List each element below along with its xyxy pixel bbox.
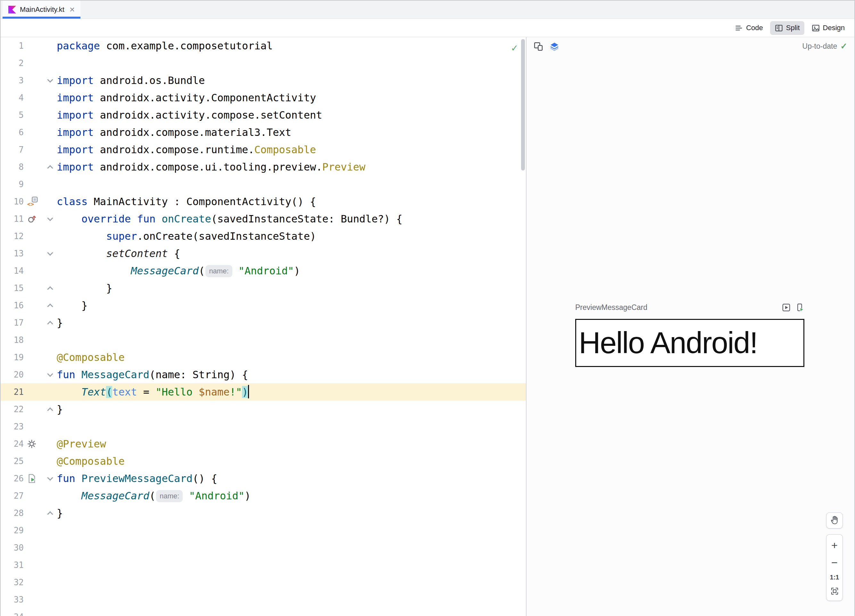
split-view-button[interactable]: Split — [770, 21, 804, 35]
code-line[interactable]: 15 } — [1, 279, 526, 297]
code-text[interactable]: @Composable — [57, 349, 526, 366]
code-line[interactable]: 2 — [1, 55, 526, 72]
fold-marker[interactable] — [44, 72, 57, 89]
code-line[interactable]: 22} — [1, 401, 526, 418]
code-line[interactable]: 19@Composable — [1, 349, 526, 366]
fold-marker[interactable] — [44, 314, 57, 331]
code-line[interactable]: 27 MessageCard(name: "Android") — [1, 487, 526, 504]
line-number[interactable]: 22 — [1, 401, 24, 418]
code-text[interactable]: import androidx.compose.material3.Text — [57, 124, 526, 141]
line-number[interactable]: 10 — [1, 193, 24, 210]
code-line[interactable]: 17} — [1, 314, 526, 331]
line-number[interactable]: 1 — [1, 37, 24, 55]
code-line[interactable]: 23 — [1, 418, 526, 435]
code-text[interactable] — [57, 608, 526, 616]
line-number[interactable]: 26 — [1, 470, 24, 487]
code-text[interactable]: package com.example.composetutorial — [57, 37, 526, 55]
code-text[interactable] — [57, 574, 526, 591]
line-number[interactable]: 3 — [1, 72, 24, 89]
editor-tab-mainactivity[interactable]: MainActivity.kt × — [3, 1, 80, 18]
code-text[interactable]: import androidx.compose.ui.tooling.previ… — [57, 158, 526, 176]
code-line[interactable]: 24@Preview — [1, 435, 526, 452]
code-line[interactable]: 34 — [1, 608, 526, 616]
code-editor[interactable]: 1package com.example.composetutorial23im… — [1, 37, 526, 616]
code-view-button[interactable]: Code — [730, 21, 768, 35]
code-text[interactable]: } — [57, 314, 526, 331]
line-number[interactable]: 23 — [1, 418, 24, 435]
code-text[interactable]: import androidx.compose.runtime.Composab… — [57, 141, 526, 158]
pan-tool-button[interactable] — [826, 512, 843, 529]
line-number[interactable]: 19 — [1, 349, 24, 366]
run-preview-on-device-icon[interactable] — [796, 303, 804, 312]
code-line[interactable]: 30 — [1, 539, 526, 556]
interactive-preview-icon[interactable] — [782, 303, 791, 312]
code-line[interactable]: 14 MessageCard(name: "Android") — [1, 262, 526, 279]
code-text[interactable]: import androidx.activity.compose.setCont… — [57, 106, 526, 124]
code-line[interactable]: 3import android.os.Bundle — [1, 72, 526, 89]
fold-marker[interactable] — [44, 401, 57, 418]
line-number[interactable]: 13 — [1, 245, 24, 262]
code-line[interactable]: 4import androidx.activity.ComponentActiv… — [1, 89, 526, 106]
line-number[interactable]: 14 — [1, 262, 24, 279]
close-tab-icon[interactable]: × — [69, 5, 75, 14]
code-text[interactable] — [57, 331, 526, 349]
code-text[interactable]: } — [57, 401, 526, 418]
run-preview-icon[interactable] — [24, 470, 44, 487]
line-number[interactable]: 16 — [1, 297, 24, 314]
line-number[interactable]: 31 — [1, 556, 24, 574]
design-view-button[interactable]: Design — [807, 21, 849, 35]
fold-marker[interactable] — [44, 297, 57, 314]
line-number[interactable]: 25 — [1, 452, 24, 470]
fold-marker[interactable] — [44, 366, 57, 383]
line-number[interactable]: 15 — [1, 279, 24, 297]
code-text[interactable] — [57, 522, 526, 539]
line-number[interactable]: 24 — [1, 435, 24, 452]
code-line[interactable]: 13 setContent { — [1, 245, 526, 262]
code-text[interactable] — [57, 418, 526, 435]
line-number[interactable]: 30 — [1, 539, 24, 556]
overriding-method-icon[interactable] — [24, 210, 44, 228]
ui-check-mode-icon[interactable] — [533, 42, 543, 51]
code-line[interactable]: 28} — [1, 504, 526, 522]
line-number[interactable]: 28 — [1, 504, 24, 522]
fold-marker[interactable] — [44, 245, 57, 262]
code-line[interactable]: 33 — [1, 591, 526, 608]
code-line[interactable]: 1package com.example.composetutorial — [1, 37, 526, 55]
code-text[interactable]: } — [57, 279, 526, 297]
line-number[interactable]: 20 — [1, 366, 24, 383]
code-text[interactable]: import androidx.activity.ComponentActivi… — [57, 89, 526, 106]
code-line[interactable]: 6import androidx.compose.material3.Text — [1, 124, 526, 141]
line-number[interactable]: 11 — [1, 210, 24, 228]
zoom-actual-size-button[interactable]: 1:1 — [830, 574, 839, 581]
related-symbols-icon[interactable]: <> — [24, 193, 44, 210]
code-line[interactable]: 9 — [1, 176, 526, 193]
code-text[interactable]: } — [57, 504, 526, 522]
code-text[interactable]: @Composable — [57, 452, 526, 470]
code-text[interactable]: @Preview — [57, 435, 526, 452]
code-line[interactable]: 11 override fun onCreate(savedInstanceSt… — [1, 210, 526, 228]
preview-settings-icon[interactable] — [24, 435, 44, 452]
code-text[interactable] — [57, 591, 526, 608]
line-number[interactable]: 27 — [1, 487, 24, 504]
code-line[interactable]: 5import androidx.activity.compose.setCon… — [1, 106, 526, 124]
code-text[interactable] — [57, 176, 526, 193]
line-number[interactable]: 33 — [1, 591, 24, 608]
code-line[interactable]: 21 Text(text = "Hello $name!") — [1, 383, 526, 401]
code-text[interactable]: class MainActivity : ComponentActivity()… — [57, 193, 526, 210]
line-number[interactable]: 7 — [1, 141, 24, 158]
code-line[interactable]: 25@Composable — [1, 452, 526, 470]
code-text[interactable] — [57, 556, 526, 574]
code-text[interactable]: import android.os.Bundle — [57, 72, 526, 89]
code-line[interactable]: 7import androidx.compose.runtime.Composa… — [1, 141, 526, 158]
code-line[interactable]: 18 — [1, 331, 526, 349]
zoom-in-button[interactable]: + — [831, 540, 838, 551]
line-number[interactable]: 6 — [1, 124, 24, 141]
line-number[interactable]: 18 — [1, 331, 24, 349]
code-text[interactable] — [57, 55, 526, 72]
code-line[interactable]: 8import androidx.compose.ui.tooling.prev… — [1, 158, 526, 176]
code-line[interactable]: 31 — [1, 556, 526, 574]
fold-marker[interactable] — [44, 210, 57, 228]
preview-canvas[interactable]: Hello Android! — [575, 319, 804, 367]
line-number[interactable]: 32 — [1, 574, 24, 591]
code-line[interactable]: 32 — [1, 574, 526, 591]
